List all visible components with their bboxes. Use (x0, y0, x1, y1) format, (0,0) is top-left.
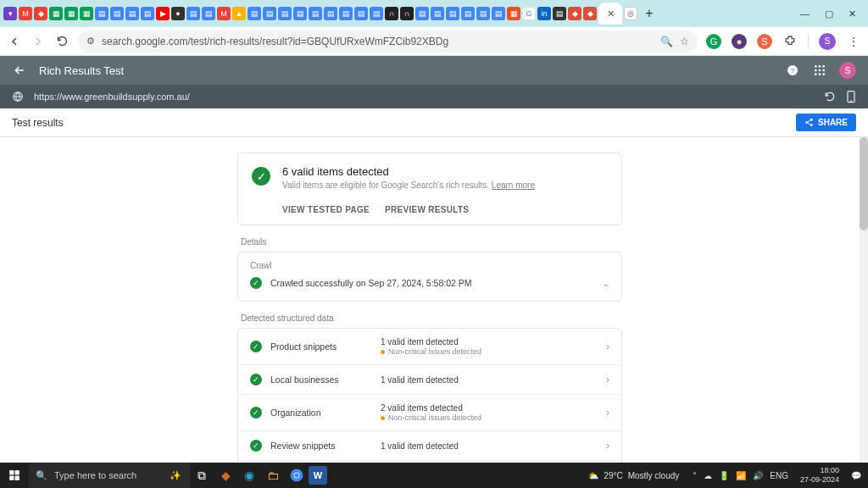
tab-favicon[interactable]: ▤ (141, 7, 154, 20)
tab-favicon[interactable]: ▤ (263, 7, 276, 20)
extension-icon[interactable]: G (706, 34, 721, 49)
tab-favicon[interactable]: ∩ (400, 7, 414, 20)
profile-avatar[interactable]: S (819, 33, 836, 50)
chrome-icon[interactable] (285, 463, 309, 488)
chevron-down-icon[interactable]: ⌄ (602, 278, 609, 289)
taskbar-search[interactable]: 🔍 Type here to search ✨ (29, 463, 190, 488)
tab-favicon[interactable]: ▤ (278, 7, 292, 20)
taskbar-app-icon[interactable]: ◆ (214, 463, 237, 488)
structured-data-row[interactable]: ✓ Product snippets 1 valid item detected… (238, 329, 621, 364)
extensions-area: G ● S S ⋮ (706, 33, 861, 50)
new-tab-button[interactable]: + (639, 3, 659, 24)
checkmark-icon: ✓ (250, 440, 262, 452)
address-bar[interactable]: ⚙ search.google.com/test/rich-results/re… (78, 30, 698, 53)
tab-favicon[interactable]: ∩ (385, 7, 398, 20)
tab-favicon[interactable]: ▤ (553, 7, 566, 20)
tab-favicon[interactable]: ▤ (370, 7, 383, 20)
share-button[interactable]: SHARE (796, 114, 856, 131)
tab-favicon[interactable]: ▤ (248, 7, 261, 20)
tab-favicon[interactable]: ▤ (431, 7, 444, 20)
tray-battery-icon[interactable]: 🔋 (719, 471, 729, 480)
tab-favicon[interactable]: M (19, 7, 32, 20)
tab-favicon[interactable]: ▲ (232, 7, 246, 20)
forward-button[interactable] (31, 34, 46, 49)
extension-icon[interactable]: ● (732, 34, 747, 49)
tab-favicon[interactable]: ▤ (202, 7, 215, 20)
structured-data-row[interactable]: ✓ Organization 2 valid items detected No… (238, 394, 621, 430)
tab-favicon[interactable]: ▦ (64, 7, 78, 20)
tray-lang[interactable]: ENG (770, 471, 788, 480)
tab-favicon[interactable]: ▤ (339, 7, 353, 20)
window-minimize-button[interactable]: — (800, 8, 810, 19)
tab-favicon[interactable]: ▤ (186, 7, 200, 20)
tab-favicon[interactable]: M (217, 7, 231, 20)
tab-favicon[interactable]: ▤ (476, 7, 490, 20)
tab-favicon[interactable]: ▤ (125, 7, 139, 20)
structured-data-row[interactable]: ✓ Local businesses 1 valid item detected… (238, 364, 621, 394)
window-maximize-button[interactable]: ▢ (825, 8, 833, 19)
preview-results-button[interactable]: PREVIEW RESULTS (385, 205, 469, 214)
task-view-icon[interactable]: ⧉ (190, 463, 214, 488)
bookmark-icon[interactable]: ☆ (680, 36, 689, 47)
word-icon[interactable]: W (309, 466, 327, 485)
close-icon[interactable]: ✕ (607, 8, 615, 19)
chevron-right-icon[interactable]: › (606, 341, 609, 352)
back-icon[interactable] (12, 63, 27, 78)
device-icon[interactable] (846, 90, 856, 103)
tab-favicon[interactable]: ● (171, 7, 185, 20)
tab-favicon[interactable]: ▤ (446, 7, 459, 20)
tab-favicon[interactable]: ▤ (110, 7, 124, 20)
chevron-right-icon[interactable]: › (606, 374, 609, 385)
lens-icon[interactable]: 🔍 (660, 36, 673, 47)
tab-favicon[interactable]: ▦ (49, 7, 63, 20)
account-avatar[interactable]: S (839, 62, 856, 79)
start-button[interactable] (0, 463, 29, 488)
reload-button[interactable] (54, 34, 70, 49)
tab-favicon[interactable]: G (522, 7, 536, 20)
tab-favicon[interactable]: in (537, 7, 551, 20)
site-settings-icon[interactable]: ⚙ (86, 36, 95, 47)
tray-chevron-icon[interactable]: ˄ (693, 471, 697, 480)
tab-favicon[interactable]: ▦ (507, 7, 520, 20)
tab-active[interactable]: ✕ (598, 3, 622, 25)
retest-icon[interactable] (824, 91, 836, 103)
apps-grid-icon[interactable] (812, 63, 827, 78)
taskbar-weather[interactable]: ⛅ 29°C Mostly cloudy (588, 471, 686, 480)
tab-favicon[interactable]: ◆ (34, 7, 47, 20)
tab-favicon[interactable]: ▤ (309, 7, 322, 20)
tab-favicon[interactable]: ▤ (293, 7, 307, 20)
tray-wifi-icon[interactable]: 📶 (736, 471, 746, 480)
tab-favicon[interactable]: ▾ (3, 7, 17, 20)
tab-favicon[interactable]: ▤ (354, 7, 368, 20)
tab-favicon[interactable]: ◎ (624, 7, 637, 20)
tab-favicon[interactable]: ▤ (324, 7, 337, 20)
chevron-right-icon[interactable]: › (606, 407, 609, 419)
copilot-icon[interactable]: ✨ (170, 470, 181, 481)
tray-volume-icon[interactable]: 🔊 (753, 471, 763, 480)
back-button[interactable] (7, 34, 22, 49)
scrollbar-thumb[interactable] (860, 137, 868, 230)
extensions-menu-icon[interactable] (782, 34, 798, 49)
view-tested-page-button[interactable]: VIEW TESTED PAGE (282, 205, 370, 214)
taskbar-clock[interactable]: 18:00 27-09-2024 (795, 466, 844, 485)
tab-favicon[interactable]: ▶ (156, 7, 170, 20)
taskbar-app-icon[interactable]: ◉ (237, 463, 261, 488)
tab-favicon[interactable]: ◆ (583, 7, 597, 20)
tab-favicon[interactable]: ▦ (80, 7, 93, 20)
tab-favicon[interactable]: ◆ (568, 7, 581, 20)
structured-data-row[interactable]: ✓ Review snippets 1 valid item detected … (238, 430, 621, 460)
tab-favicon[interactable]: ▤ (415, 7, 429, 20)
chevron-right-icon[interactable]: › (606, 440, 609, 452)
crawl-card[interactable]: Crawl ✓ Crawled successfully on Sep 27, … (237, 252, 622, 302)
tab-favicon[interactable]: ▤ (95, 7, 108, 20)
tray-onedrive-icon[interactable]: ☁ (704, 471, 712, 480)
extension-icon[interactable]: S (757, 34, 772, 49)
window-close-button[interactable]: ✕ (849, 8, 856, 19)
tab-favicon[interactable]: ▤ (461, 7, 475, 20)
learn-more-link[interactable]: Learn more (492, 180, 535, 190)
tab-favicon[interactable]: ▤ (492, 7, 505, 20)
file-explorer-icon[interactable]: 🗀 (261, 463, 285, 488)
browser-menu-icon[interactable]: ⋮ (846, 34, 861, 49)
help-icon[interactable]: ? (785, 63, 800, 78)
notifications-icon[interactable]: 💬 (851, 471, 861, 480)
